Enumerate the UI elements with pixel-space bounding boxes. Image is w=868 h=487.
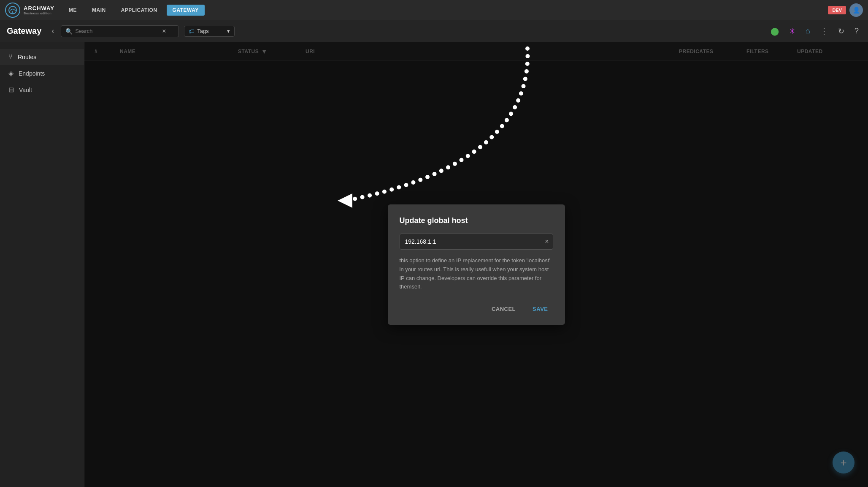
cancel-button[interactable]: CANCEL <box>487 303 521 315</box>
search-area: 🔍 × <box>61 25 179 37</box>
refresh-icon[interactable]: ↻ <box>836 24 847 38</box>
sparkle-icon[interactable]: ✳ <box>787 24 798 38</box>
sidebar-item-endpoints[interactable]: ◈ Endpoints <box>0 65 84 82</box>
modal-input-wrap: × <box>400 234 553 250</box>
nav-application[interactable]: APPLICATION <box>115 5 163 16</box>
host-input[interactable] <box>400 234 553 250</box>
app-subtitle: Business edition <box>24 11 54 15</box>
sidebar-item-vault[interactable]: ⊟ Vault <box>0 82 84 98</box>
section-title: Gateway <box>7 26 41 36</box>
avatar[interactable]: 👤 <box>849 3 863 17</box>
modal-actions: CANCEL SAVE <box>400 303 553 315</box>
nav-me[interactable]: ME <box>63 5 83 16</box>
top-nav: ARCHWAY Business edition ME MAIN APPLICA… <box>0 0 868 20</box>
sidebar-item-vault-label: Vault <box>19 87 32 93</box>
nav-gateway[interactable]: GATEWAY <box>167 5 205 16</box>
main-layout: ⑂ Routes ◈ Endpoints ⊟ Vault # Name Stat… <box>0 42 868 487</box>
sidebar: ⑂ Routes ◈ Endpoints ⊟ Vault <box>0 42 84 487</box>
app-name-block: ARCHWAY Business edition <box>24 5 54 15</box>
app-name: ARCHWAY <box>24 5 54 11</box>
sidebar-item-routes-label: Routes <box>18 54 36 60</box>
sidebar-item-endpoints-label: Endpoints <box>19 70 45 77</box>
vault-icon: ⊟ <box>8 86 14 94</box>
app-logo-icon <box>5 3 20 18</box>
tags-select[interactable]: 🏷 Tags ▾ <box>184 26 235 37</box>
update-global-host-modal: Update global host × this option to defi… <box>388 204 565 325</box>
sidebar-item-routes[interactable]: ⑂ Routes <box>0 49 84 65</box>
more-options-icon[interactable]: ⋮ <box>818 24 830 38</box>
modal-overlay: Update global host × this option to defi… <box>84 42 868 487</box>
modal-title: Update global host <box>400 216 553 225</box>
help-icon[interactable]: ? <box>852 24 861 38</box>
clear-host-button[interactable]: × <box>545 238 549 245</box>
home-icon[interactable]: ⌂ <box>803 24 813 38</box>
logo-area: ARCHWAY Business edition <box>5 3 54 18</box>
tags-label: Tags <box>197 28 208 34</box>
routes-icon: ⑂ <box>8 53 13 61</box>
collapse-button[interactable]: ‹ <box>50 25 56 37</box>
save-button[interactable]: SAVE <box>527 303 553 315</box>
clear-search-button[interactable]: × <box>162 27 166 35</box>
search-input[interactable] <box>75 28 160 34</box>
tags-chevron-icon: ▾ <box>227 28 230 34</box>
secondary-nav: Gateway ‹ 🔍 × 🏷 Tags ▾ ⬤ ✳ ⌂ ⋮ ↻ ? <box>0 20 868 42</box>
endpoints-icon: ◈ <box>8 69 14 77</box>
tags-icon: 🏷 <box>189 28 195 35</box>
nav-main[interactable]: MAIN <box>86 5 112 16</box>
modal-description: this option to define an IP replacement … <box>400 256 553 291</box>
status-green-icon[interactable]: ⬤ <box>768 24 781 38</box>
dev-badge: DEV <box>828 6 846 14</box>
search-icon[interactable]: 🔍 <box>65 28 73 35</box>
content-area: # Name Status ▼ URI Predicates Filters U… <box>84 42 868 487</box>
